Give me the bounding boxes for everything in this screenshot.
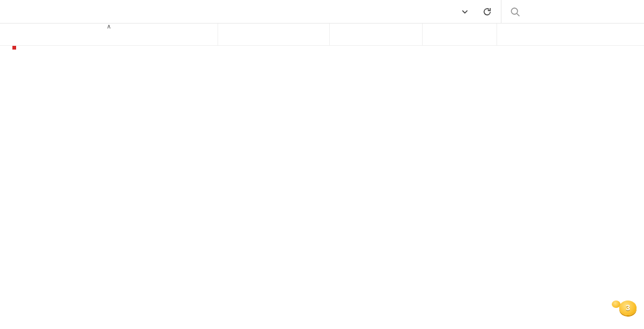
svg-point-0 bbox=[511, 8, 518, 14]
column-header-type[interactable] bbox=[330, 24, 423, 45]
refresh-icon bbox=[482, 7, 492, 17]
file-list-area bbox=[12, 46, 644, 329]
svg-line-1 bbox=[517, 14, 519, 16]
chevron-down-icon bbox=[461, 8, 469, 15]
column-header-name[interactable]: ∧ bbox=[0, 24, 218, 45]
breadcrumb-dropdown-button[interactable] bbox=[454, 0, 476, 23]
refresh-button[interactable] bbox=[476, 0, 498, 23]
search-input[interactable] bbox=[527, 6, 633, 17]
nav-actions bbox=[454, 0, 501, 23]
highlight-box bbox=[12, 46, 16, 50]
toolbar bbox=[0, 0, 644, 24]
watermark-coin-icon bbox=[619, 300, 637, 315]
column-header-date[interactable] bbox=[218, 24, 330, 45]
search-box[interactable] bbox=[501, 0, 644, 23]
breadcrumb[interactable] bbox=[0, 0, 454, 23]
search-icon bbox=[510, 7, 520, 17]
sort-ascending-icon: ∧ bbox=[107, 23, 111, 30]
column-header-size[interactable] bbox=[423, 24, 497, 45]
column-headers: ∧ bbox=[0, 24, 644, 46]
